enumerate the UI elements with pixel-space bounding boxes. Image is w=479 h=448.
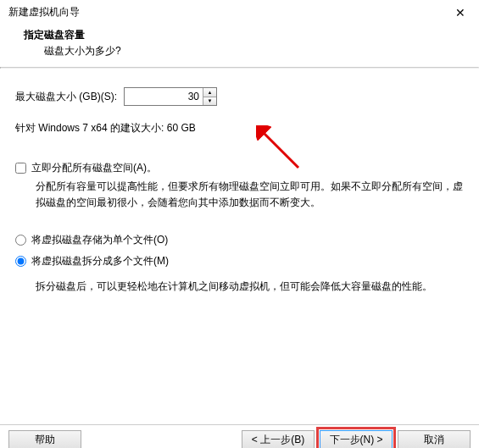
store-split-radio[interactable] <box>15 256 26 267</box>
disk-size-label: 最大磁盘大小 (GB)(S): <box>15 90 117 104</box>
store-single-radio[interactable] <box>15 235 26 246</box>
window-title: 新建虚拟机向导 <box>8 5 80 19</box>
spinner-down-icon[interactable]: ▼ <box>203 97 216 106</box>
allocate-now-checkbox[interactable] <box>15 163 26 174</box>
disk-size-spinner[interactable]: ▲ ▼ <box>124 87 217 106</box>
recommended-size-text: 针对 Windows 7 x64 的建议大小: 60 GB <box>15 121 464 136</box>
next-button[interactable]: 下一步(N) > <box>320 430 393 449</box>
cancel-button[interactable]: 取消 <box>398 430 471 449</box>
close-icon[interactable]: ✕ <box>452 6 469 19</box>
spinner-up-icon[interactable]: ▲ <box>203 88 216 97</box>
help-button[interactable]: 帮助 <box>8 430 81 449</box>
allocate-now-desc: 分配所有容量可以提高性能，但要求所有物理磁盘空间立即可用。如果不立即分配所有空间… <box>15 175 464 211</box>
store-single-label: 将虚拟磁盘存储为单个文件(O) <box>31 233 168 247</box>
page-subtitle: 磁盘大小为多少? <box>24 44 471 58</box>
back-button[interactable]: < 上一步(B) <box>242 430 315 449</box>
page-title: 指定磁盘容量 <box>24 28 471 42</box>
allocate-now-label: 立即分配所有磁盘空间(A)。 <box>31 161 157 175</box>
disk-size-input[interactable] <box>125 88 203 105</box>
store-split-label: 将虚拟磁盘拆分成多个文件(M) <box>31 254 169 268</box>
store-split-desc: 拆分磁盘后，可以更轻松地在计算机之间移动虚拟机，但可能会降低大容量磁盘的性能。 <box>15 275 464 295</box>
